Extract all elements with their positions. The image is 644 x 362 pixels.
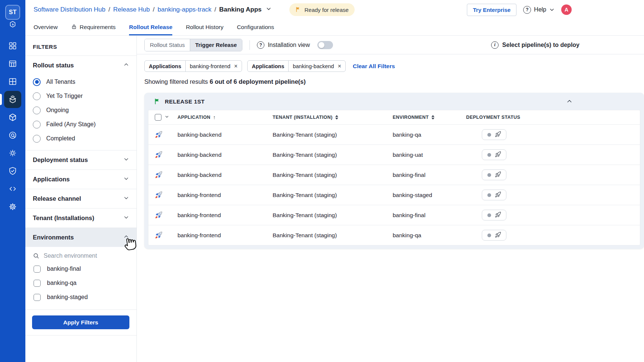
tab-label: Rollout Release: [129, 24, 172, 31]
segment-button[interactable]: Rollout Status: [145, 39, 190, 51]
sidebar-item-shield-check[interactable]: [4, 162, 21, 180]
tab[interactable]: Overview: [34, 19, 58, 35]
environment-option[interactable]: banking-qa: [25, 276, 136, 290]
filter-section-collapsed[interactable]: Applications: [25, 170, 136, 189]
sidebar-item-apps-table[interactable]: [4, 55, 21, 73]
filter-section-collapsed[interactable]: Release channel: [25, 189, 136, 208]
breadcrumb-link[interactable]: Software Distribution Hub: [34, 6, 106, 13]
deployment-status-button[interactable]: [482, 169, 506, 180]
installation-view-label: Installation view: [268, 42, 310, 48]
radio-option[interactable]: Completed: [25, 131, 136, 146]
sidebar-item-services[interactable]: [4, 144, 21, 162]
checkbox-icon[interactable]: [34, 280, 41, 287]
app-logo[interactable]: ST: [5, 5, 20, 20]
rocket-icon: [155, 211, 163, 219]
column-header-application[interactable]: APPLICATION ↑: [178, 114, 273, 120]
help-menu[interactable]: ? Help: [523, 6, 555, 14]
checkbox-icon[interactable]: [34, 294, 41, 301]
rollout-status-options: All Tenants Yet To Trigger Ongoing: [25, 75, 136, 150]
environment-cell: banking-final: [393, 212, 466, 219]
radio-icon[interactable]: [33, 92, 41, 100]
application-cell: banking-backend: [178, 172, 273, 178]
tab[interactable]: Rollout Release: [129, 19, 172, 35]
sidebar-item-target[interactable]: [4, 126, 21, 144]
collapse-release-icon[interactable]: [566, 98, 572, 106]
radio-option[interactable]: Ongoing: [25, 103, 136, 117]
radio-icon[interactable]: [33, 121, 41, 128]
chip-value: banking-frontend: [190, 63, 230, 69]
rollout-toolbar: Rollout Status Trigger Release ? Install…: [137, 36, 644, 54]
radio-icon[interactable]: [33, 107, 41, 114]
application-cell: banking-backend: [178, 152, 273, 158]
pipeline-row[interactable]: banking-backend Banking-Tenant (staging)…: [148, 145, 640, 165]
pipeline-row[interactable]: banking-backend Banking-Tenant (staging)…: [148, 124, 640, 145]
summary-prefix: Showing filtered results: [144, 78, 210, 85]
segment-button[interactable]: Trigger Release: [190, 39, 242, 51]
breadcrumb-link[interactable]: Release Hub: [113, 6, 150, 13]
column-header-environment[interactable]: ENVIRONMENT: [393, 115, 466, 120]
pipeline-row[interactable]: banking-frontend Banking-Tenant (staging…: [148, 185, 640, 205]
sidebar-item-cube[interactable]: [4, 108, 21, 126]
sidebar-item-release-package[interactable]: [4, 91, 21, 108]
tenant-cell: Banking-Tenant (staging): [273, 172, 393, 178]
filter-section-collapsed[interactable]: Tenant (Installations): [25, 209, 136, 228]
installation-view-toggle[interactable]: [317, 41, 333, 49]
radio-icon[interactable]: [33, 135, 41, 143]
environment-search-input[interactable]: [44, 253, 118, 259]
sidebar: ST: [0, 0, 25, 362]
environment-option[interactable]: banking-final: [25, 262, 136, 276]
tab[interactable]: Rollout History: [186, 19, 223, 35]
sort-icon[interactable]: [431, 115, 434, 120]
filter-section-collapsed[interactable]: Deployment status: [25, 150, 136, 169]
radio-option[interactable]: All Tenants: [25, 75, 136, 89]
sort-ascending-icon[interactable]: ↑: [213, 114, 216, 120]
filter-section-environments[interactable]: Environments: [25, 228, 136, 247]
pipeline-row[interactable]: banking-frontend Banking-Tenant (staging…: [148, 225, 640, 245]
clear-all-filters-link[interactable]: Clear All Filters: [353, 63, 395, 70]
sidebar-item-grid-window[interactable]: [4, 73, 21, 90]
tab[interactable]: Configurations: [237, 19, 274, 35]
help-label: Help: [534, 6, 546, 13]
deployment-status-button[interactable]: [482, 129, 506, 140]
tab-bar: Overview Requirements Rollout Release: [25, 19, 644, 36]
breadcrumb-link[interactable]: banking-apps-track: [158, 6, 212, 13]
select-menu-chevron-icon[interactable]: [164, 114, 169, 120]
deployment-status-button[interactable]: [482, 149, 506, 160]
environment-search: [25, 247, 136, 262]
deployment-status-button[interactable]: [482, 230, 506, 241]
sidebar-item-dashboard[interactable]: [4, 37, 21, 55]
sidebar-item-settings[interactable]: [4, 198, 21, 216]
status-dot-icon: [487, 173, 491, 177]
radio-option[interactable]: Yet To Trigger: [25, 89, 136, 103]
try-enterprise-button[interactable]: Try Enterprise: [467, 4, 516, 16]
apply-filters-button[interactable]: Apply Filters: [32, 315, 129, 329]
chip-remove-icon[interactable]: ×: [338, 63, 341, 69]
environment-cell: banking-final: [393, 172, 466, 178]
pipeline-row[interactable]: banking-backend Banking-Tenant (staging)…: [148, 165, 640, 185]
radio-option[interactable]: Failed (Any Stage): [25, 117, 136, 131]
filter-section-rollout-status[interactable]: Rollout status: [25, 56, 136, 75]
environment-option[interactable]: banking-staged: [25, 290, 136, 304]
breadcrumb-separator: /: [153, 6, 155, 13]
chevron-up-icon: [123, 234, 129, 241]
radio-icon[interactable]: [33, 78, 41, 86]
status-dot-icon: [487, 234, 491, 237]
status-dot-icon: [487, 213, 491, 217]
chip-remove-icon[interactable]: ×: [234, 63, 238, 69]
pipeline-row[interactable]: banking-frontend Banking-Tenant (staging…: [148, 205, 640, 225]
deployment-status-button[interactable]: [482, 190, 506, 200]
tab[interactable]: Requirements: [71, 19, 116, 35]
radio-label: Completed: [46, 135, 75, 142]
sidebar-item-code[interactable]: [4, 180, 21, 198]
applied-filter-chips: Applications banking-frontend × Applicat…: [144, 60, 644, 72]
page-title: Banking Apps: [219, 6, 262, 13]
column-header-tenant[interactable]: TENANT (INSTALLATION): [273, 115, 393, 120]
title-chevron-down-icon[interactable]: [266, 6, 271, 13]
select-all-checkbox[interactable]: [155, 114, 161, 121]
sort-icon[interactable]: [335, 115, 338, 120]
deployment-status-button[interactable]: [482, 210, 506, 220]
checkbox-icon[interactable]: [34, 266, 41, 273]
status-dot-icon: [487, 133, 491, 137]
avatar[interactable]: A: [561, 4, 572, 15]
filter-chip: Applications banking-frontend ×: [144, 60, 242, 72]
